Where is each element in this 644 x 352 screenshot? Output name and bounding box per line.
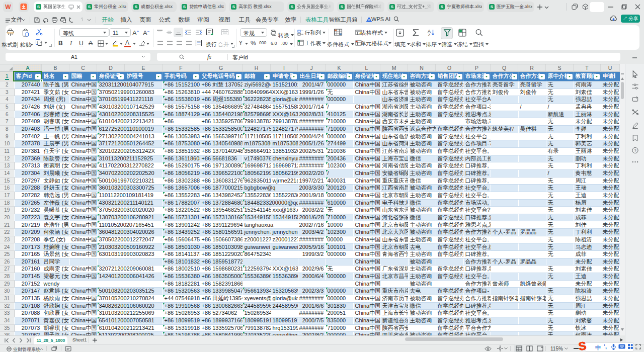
svg-text:?: ?: [634, 148, 636, 153]
svg-text:Z: Z: [428, 33, 431, 37]
svg-text:W: W: [5, 4, 11, 11]
